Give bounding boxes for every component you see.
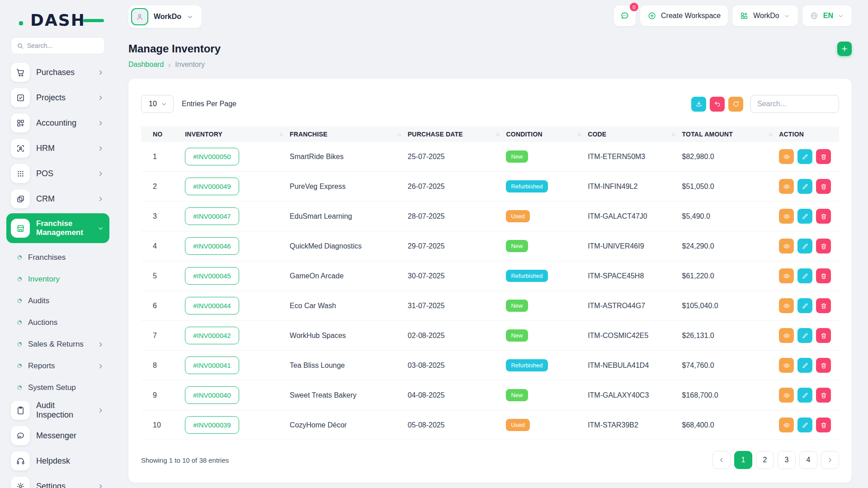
- table-row: 8 #INV000041 Tea Bliss Lounge 03-08-2025…: [141, 351, 839, 380]
- workdo-label: WorkDo: [753, 12, 779, 20]
- sidebar-item-franchise-management[interactable]: Franchise Management: [6, 213, 109, 243]
- inventory-id-pill[interactable]: #INV000042: [185, 327, 239, 344]
- sidebar-subitem[interactable]: System Setup: [11, 377, 105, 399]
- workdo-menu-button[interactable]: WorkDo: [732, 5, 798, 26]
- edit-button[interactable]: [797, 209, 812, 224]
- view-button[interactable]: [779, 298, 794, 313]
- view-button[interactable]: [779, 149, 794, 164]
- delete-button[interactable]: [816, 328, 831, 343]
- next-page-button[interactable]: [821, 451, 839, 469]
- sidebar-item[interactable]: CRM: [11, 187, 105, 211]
- column-header[interactable]: CODE ↑↓: [588, 131, 682, 138]
- column-header[interactable]: INVENTORY ↑↓: [185, 131, 290, 138]
- inventory-id-pill[interactable]: #INV000046: [185, 237, 239, 255]
- sidebar-item[interactable]: Messenger: [11, 424, 105, 447]
- view-button[interactable]: [779, 179, 794, 194]
- delete-button[interactable]: [816, 388, 831, 403]
- sidebar-item[interactable]: Audit Inspection: [11, 399, 105, 422]
- sidebar-subitem[interactable]: Inventory: [11, 268, 105, 290]
- edit-button[interactable]: [797, 179, 812, 194]
- column-header[interactable]: CONDITION ↑↓: [506, 131, 588, 138]
- view-button[interactable]: [779, 209, 794, 224]
- delete-button[interactable]: [816, 149, 831, 164]
- edit-button[interactable]: [797, 388, 812, 403]
- sidebar-item-label: Accounting: [36, 118, 91, 128]
- edit-button[interactable]: [797, 418, 812, 432]
- trash-icon: [820, 392, 827, 399]
- create-workspace-button[interactable]: Create Workspace: [640, 5, 728, 26]
- entries-per-page-select[interactable]: 10: [141, 95, 174, 113]
- sidebar-search-input[interactable]: [27, 42, 99, 49]
- sidebar-item[interactable]: Projects: [11, 86, 105, 109]
- sidebar-subitem[interactable]: Auctions: [11, 312, 105, 333]
- inventory-id-pill[interactable]: #INV000044: [185, 297, 239, 314]
- page-number-button[interactable]: 1: [734, 451, 752, 469]
- language-selector[interactable]: EN: [802, 5, 852, 26]
- refresh-button[interactable]: [728, 97, 743, 112]
- column-header[interactable]: PURCHASE DATE ↑↓: [408, 131, 506, 138]
- edit-button[interactable]: [797, 358, 812, 373]
- edit-button[interactable]: [797, 298, 812, 313]
- column-header[interactable]: FRANCHISE ↑↓: [290, 131, 408, 138]
- reset-button[interactable]: [710, 97, 725, 112]
- view-button[interactable]: [779, 328, 794, 343]
- inventory-id-pill[interactable]: #INV000049: [185, 178, 239, 195]
- table-search[interactable]: [750, 95, 839, 113]
- sort-icon[interactable]: ↑↓: [577, 131, 580, 137]
- delete-button[interactable]: [816, 209, 831, 224]
- inventory-id-pill[interactable]: #INV000041: [185, 357, 239, 374]
- breadcrumb-dashboard-link[interactable]: Dashboard: [128, 61, 164, 69]
- cell-inventory: #INV000046: [185, 237, 290, 255]
- view-button[interactable]: [779, 268, 794, 283]
- delete-button[interactable]: [816, 268, 831, 283]
- inventory-id-pill[interactable]: #INV000047: [185, 207, 239, 225]
- sort-icon[interactable]: ↑↓: [397, 131, 401, 137]
- page-number-button[interactable]: 2: [756, 451, 774, 469]
- sort-icon[interactable]: ↑↓: [672, 131, 675, 137]
- sort-icon[interactable]: ↑↓: [769, 131, 772, 137]
- edit-button[interactable]: [797, 239, 812, 253]
- cell-actions: [779, 328, 839, 343]
- inventory-id-pill[interactable]: #INV000050: [185, 148, 239, 165]
- delete-button[interactable]: [816, 358, 831, 373]
- view-button[interactable]: [779, 418, 794, 432]
- inventory-id-pill[interactable]: #INV000045: [185, 267, 239, 285]
- sidebar-item[interactable]: HRM: [11, 136, 105, 160]
- sidebar-subitem[interactable]: Franchises: [11, 247, 105, 268]
- column-header[interactable]: TOTAL AMOUNT ↑↓: [682, 131, 779, 138]
- column-header[interactable]: ACTION ↑↓: [779, 131, 839, 138]
- delete-button[interactable]: [816, 418, 831, 432]
- inventory-id-pill[interactable]: #INV000040: [185, 386, 239, 404]
- sidebar-item[interactable]: Purchases: [11, 61, 105, 84]
- sidebar-item[interactable]: Helpdesk: [11, 449, 105, 473]
- edit-button[interactable]: [797, 268, 812, 283]
- delete-button[interactable]: [816, 298, 831, 313]
- brand-logo[interactable]: DASH: [11, 8, 105, 32]
- edit-button[interactable]: [797, 149, 812, 164]
- page-number-button[interactable]: 3: [778, 451, 796, 469]
- delete-button[interactable]: [816, 239, 831, 253]
- view-button[interactable]: [779, 388, 794, 403]
- page-number-button[interactable]: 4: [799, 451, 817, 469]
- sidebar-search[interactable]: [11, 37, 105, 54]
- sidebar-item[interactable]: Accounting: [11, 111, 105, 135]
- sort-icon[interactable]: ↑↓: [279, 131, 283, 137]
- column-header[interactable]: NO ↑↓: [141, 131, 185, 138]
- sidebar-subitem[interactable]: Sales & Returns: [11, 333, 105, 355]
- edit-button[interactable]: [797, 328, 812, 343]
- inventory-id-pill[interactable]: #INV000039: [185, 416, 239, 434]
- delete-button[interactable]: [816, 179, 831, 194]
- view-button[interactable]: [779, 239, 794, 253]
- sort-icon[interactable]: ↑↓: [495, 131, 499, 137]
- prev-page-button[interactable]: [712, 451, 731, 469]
- sidebar-subitem[interactable]: Reports: [11, 355, 105, 377]
- add-inventory-button[interactable]: [837, 42, 852, 56]
- messenger-button[interactable]: 0: [614, 5, 636, 26]
- sidebar-item[interactable]: Settings: [11, 474, 105, 488]
- sidebar-item[interactable]: POS: [11, 162, 105, 185]
- table-search-input[interactable]: [757, 100, 832, 108]
- export-button[interactable]: [691, 97, 706, 112]
- view-button[interactable]: [779, 358, 794, 373]
- sidebar-subitem[interactable]: Audits: [11, 290, 105, 312]
- workspace-selector[interactable]: WorkDo: [128, 5, 202, 28]
